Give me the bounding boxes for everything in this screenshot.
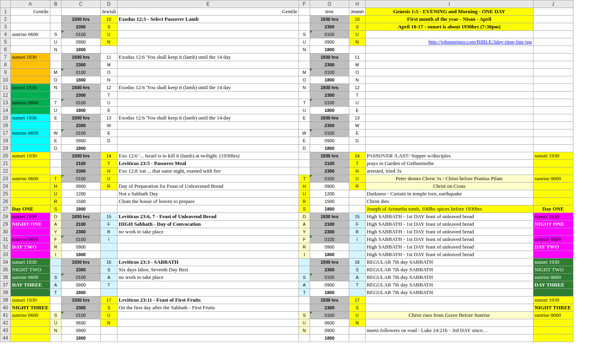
- cell-J23[interactable]: sunrise 0600: [533, 175, 573, 183]
- cell-J18[interactable]: [533, 137, 573, 145]
- cell-D35[interactable]: S: [100, 266, 117, 274]
- row-header-8[interactable]: 8: [0, 61, 11, 69]
- row-header-31[interactable]: 31: [0, 236, 11, 243]
- cell-C35[interactable]: 2300: [61, 266, 100, 274]
- cell-F17[interactable]: W: [299, 129, 310, 137]
- row-header-19[interactable]: 19: [0, 145, 11, 152]
- cell-J20[interactable]: sunset 1930: [533, 152, 573, 160]
- cell-D30[interactable]: R: [100, 228, 117, 236]
- cell-C44[interactable]: 1800: [61, 334, 100, 342]
- cell-G22[interactable]: 2300: [310, 167, 349, 175]
- cell-A16[interactable]: [11, 122, 50, 129]
- cell-J25[interactable]: [533, 190, 573, 198]
- cell-B32[interactable]: R: [50, 243, 61, 251]
- cell-D44[interactable]: [100, 334, 117, 342]
- cell-I34[interactable]: REGULAR 7th day SABBATH: [365, 259, 533, 266]
- row-header-1[interactable]: 1: [0, 8, 11, 16]
- cell-F21[interactable]: [299, 160, 310, 167]
- cell-H39[interactable]: 17: [349, 296, 366, 304]
- cell-G44[interactable]: 1800: [310, 334, 349, 342]
- cell-B25[interactable]: U: [50, 190, 61, 198]
- cell-E4[interactable]: [117, 31, 299, 38]
- cell-J14[interactable]: [533, 107, 573, 114]
- cell-J5[interactable]: [533, 38, 573, 46]
- row-header-41[interactable]: 41: [0, 312, 11, 319]
- cell-D17[interactable]: E: [100, 129, 117, 137]
- cell-H16[interactable]: W: [349, 122, 366, 129]
- cell-D13[interactable]: U: [100, 99, 117, 107]
- cell-I10[interactable]: [365, 76, 533, 84]
- cell-D40[interactable]: S: [100, 304, 117, 312]
- row-header-38[interactable]: 38: [0, 289, 11, 296]
- cell-A31[interactable]: sunrise 0600: [11, 236, 50, 243]
- cell-B24[interactable]: H: [50, 183, 61, 190]
- col-header-B[interactable]: B: [50, 0, 61, 8]
- cell-B5[interactable]: U: [50, 38, 61, 46]
- cell-G21[interactable]: 2100: [310, 160, 349, 167]
- cell-I17[interactable]: [365, 129, 533, 137]
- cell-H36[interactable]: A: [349, 274, 366, 281]
- cell-H15[interactable]: 13: [349, 114, 366, 122]
- cell-B12[interactable]: [50, 91, 61, 99]
- cell-B19[interactable]: D: [50, 145, 61, 152]
- cell-D23[interactable]: U: [100, 175, 117, 183]
- cell-J6[interactable]: [533, 46, 573, 54]
- cell-H37[interactable]: T: [349, 281, 366, 289]
- cell-A3[interactable]: [11, 23, 50, 31]
- cell-G8[interactable]: 2300: [310, 61, 349, 69]
- cell-G7[interactable]: 1930 hrs: [310, 54, 349, 61]
- cell-I18[interactable]: [365, 137, 533, 145]
- row-header-37[interactable]: 37: [0, 281, 11, 289]
- cell-J33[interactable]: [533, 251, 573, 259]
- cell-E13[interactable]: [117, 99, 299, 107]
- cell-J42[interactable]: [533, 319, 573, 327]
- cell-D43[interactable]: [100, 327, 117, 334]
- cell-I2[interactable]: First month of the year - Nisan - April: [365, 16, 533, 23]
- cell-B28[interactable]: D: [50, 213, 61, 221]
- cell-A40[interactable]: NIGHT THREE: [11, 304, 50, 312]
- cell-B38[interactable]: T: [50, 289, 61, 296]
- cell-I20[interactable]: PASSOVER /LAST/ Supper w/disciples: [365, 152, 533, 160]
- cell-H27[interactable]: [349, 205, 366, 213]
- cell-J26[interactable]: [533, 198, 573, 205]
- cell-B14[interactable]: U: [50, 107, 61, 114]
- cell-A5[interactable]: [11, 38, 50, 46]
- row-header-6[interactable]: 6: [0, 46, 11, 54]
- cell-F20[interactable]: [299, 152, 310, 160]
- cell-H32[interactable]: [349, 243, 366, 251]
- cell-E37[interactable]: [117, 281, 299, 289]
- cell-H14[interactable]: E: [349, 107, 366, 114]
- cell-C18[interactable]: 0900: [61, 137, 100, 145]
- cell-A10[interactable]: [11, 76, 50, 84]
- cell-F34[interactable]: [299, 259, 310, 266]
- cell-F29[interactable]: A: [299, 221, 310, 228]
- cell-I41[interactable]: Christ rises from Grave Before Sunrise: [365, 312, 533, 319]
- cell-I6[interactable]: [365, 46, 533, 54]
- row-header-23[interactable]: 23: [0, 175, 11, 183]
- cell-B39[interactable]: [50, 296, 61, 304]
- cell-G12[interactable]: 2300: [310, 91, 349, 99]
- cell-H7[interactable]: 11: [349, 54, 366, 61]
- cell-H29[interactable]: F: [349, 221, 366, 228]
- cell-I27[interactable]: Joseph of Arimetha tomb, 100lbs spices b…: [365, 205, 533, 213]
- cell-F26[interactable]: R: [299, 198, 310, 205]
- cell-J35[interactable]: NIGHT TWO: [533, 266, 573, 274]
- cell-F43[interactable]: N: [299, 327, 310, 334]
- col-header-A[interactable]: A: [11, 0, 50, 8]
- cell-D39[interactable]: 17: [100, 296, 117, 304]
- cell-J40[interactable]: NIGHT THREE: [533, 304, 573, 312]
- cell-E35[interactable]: Six days labor, Seventh Day Rest: [117, 266, 299, 274]
- cell-C13[interactable]: 0100: [61, 99, 100, 107]
- cell-C38[interactable]: 1800: [61, 289, 100, 296]
- cell-J43[interactable]: [533, 327, 573, 334]
- cell-C12[interactable]: 2300: [61, 91, 100, 99]
- cell-I30[interactable]: High SABBATH - 1st DAY feast of unleaved…: [365, 228, 533, 236]
- cell-I29[interactable]: High SABBATH - 1st DAY feast of unleaved…: [365, 221, 533, 228]
- cell-F14[interactable]: U: [299, 107, 310, 114]
- cell-A6[interactable]: [11, 46, 50, 54]
- cell-E41[interactable]: [117, 312, 299, 319]
- cell-B35[interactable]: [50, 266, 61, 274]
- cell-J27[interactable]: Day ONE: [533, 205, 573, 213]
- cell-C39[interactable]: 1930 hrs: [61, 296, 100, 304]
- cell-F6[interactable]: N: [299, 46, 310, 54]
